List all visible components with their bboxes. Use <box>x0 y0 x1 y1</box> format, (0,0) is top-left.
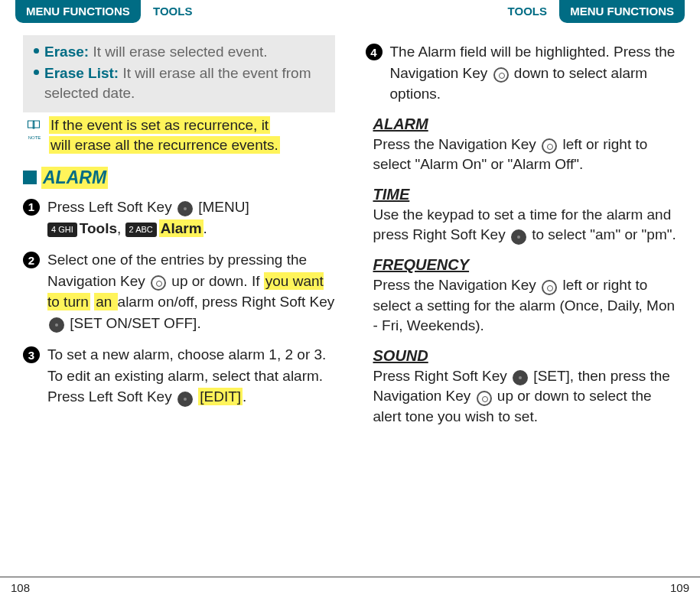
note-line2: will erase all the recurrence events. <box>49 136 280 154</box>
navkey-icon <box>477 391 492 406</box>
tools-label-left: TOOLS <box>153 5 192 18</box>
left-header: MENU FUNCTIONS TOOLS <box>23 0 335 24</box>
time-subsection: TIME Use the keypad to set a time for th… <box>373 186 678 245</box>
alarm-ba: Press the Navigation Key <box>373 136 541 152</box>
navkey-icon <box>542 280 557 295</box>
step-2-body: Select one of the entries by pressing th… <box>47 249 335 333</box>
page-number-left: 108 <box>11 581 30 594</box>
step-4-body: The Alarm field will be highlighted. Pre… <box>390 41 678 105</box>
softkey-icon <box>177 392 193 407</box>
freq-sub-body: Press the Navigation Key left or right t… <box>373 275 678 336</box>
erase-bullet: Erase: It will erase selected event. <box>31 42 327 63</box>
erase-label: Erase: <box>44 44 89 60</box>
sound-sub-title: SOUND <box>373 347 678 365</box>
note-row: NOTE If the event is set as recurrence, … <box>23 115 335 156</box>
step-4: 4 The Alarm field will be highlighted. P… <box>366 41 678 105</box>
s2d: [SET ON/SET OFF]. <box>66 315 201 331</box>
freq-ba: Press the Navigation Key <box>373 277 541 293</box>
erase-list-bullet: Erase List: It will erase all the event … <box>31 63 327 104</box>
s1a: Press Left Soft Key <box>47 199 176 215</box>
sound-subsection: SOUND Press Right Soft Key [SET], then p… <box>373 347 678 427</box>
left-page: MENU FUNCTIONS TOOLS Erase: It will eras… <box>0 0 350 574</box>
square-icon <box>23 171 37 184</box>
erase-list-label: Erase List: <box>44 65 119 81</box>
alarm-sub-title: ALARM <box>373 115 678 133</box>
s1-end: . <box>203 220 207 236</box>
s1-alarm: Alarm <box>159 219 203 237</box>
s2hl2: an <box>94 293 117 310</box>
step-1: 1 Press Left Soft Key [MENU] 4 GHITools,… <box>23 197 335 239</box>
menu-functions-tab-right: MENU FUNCTIONS <box>559 0 685 23</box>
tools-label-right: TOOLS <box>508 5 547 18</box>
navkey-icon <box>542 138 557 154</box>
step-2: 2 Select one of the entries by pressing … <box>23 249 335 333</box>
s1b: [MENU] <box>194 199 249 215</box>
alarm-section-head: ALARM <box>23 167 335 189</box>
note-line1: If the event is set as recurrence, it <box>49 116 270 134</box>
right-page: TOOLS MENU FUNCTIONS 4 The Alarm field w… <box>350 0 701 574</box>
s2b: up or down. If <box>168 273 264 289</box>
erase-box: Erase: It will erase selected event. Era… <box>23 35 335 112</box>
navkey-icon <box>493 67 509 83</box>
bullet-icon <box>34 48 39 54</box>
note-icon: NOTE <box>24 119 44 140</box>
s1-comma: , <box>117 220 125 236</box>
alarm-title: ALARM <box>41 167 108 189</box>
sound-ba: Press Right Soft Key <box>373 368 512 384</box>
key2-icon: 2 ABC <box>125 223 157 238</box>
navkey-icon <box>151 275 166 291</box>
alarm-sub-body: Press the Navigation Key left or right t… <box>373 135 678 175</box>
menu-functions-tab: MENU FUNCTIONS <box>15 0 141 23</box>
s1-tools: Tools <box>80 220 117 236</box>
step-number-2: 2 <box>23 252 40 268</box>
step-number-1: 1 <box>23 199 40 216</box>
key4-icon: 4 GHI <box>47 223 77 238</box>
footer: 108 109 <box>0 577 700 598</box>
s3hl: [EDIT] <box>198 388 243 405</box>
page-number-right: 109 <box>670 581 689 594</box>
softkey-icon <box>511 229 526 245</box>
step-3: 3 To set a new alarm, choose alarm 1, 2 … <box>23 344 335 408</box>
erase-text: It will erase selected event. <box>89 44 267 60</box>
step-3-body: To set a new alarm, choose alarm 1, 2 or… <box>47 344 335 408</box>
step-number-3: 3 <box>23 346 40 363</box>
bullet-icon <box>34 70 39 75</box>
alarm-subsection: ALARM Press the Navigation Key left or r… <box>373 115 678 175</box>
time-sub-title: TIME <box>373 186 678 203</box>
softkey-icon <box>49 317 64 333</box>
step-1-body: Press Left Soft Key [MENU] 4 GHITools, 2… <box>47 197 249 239</box>
time-bb: to select "am" or "pm". <box>528 226 676 242</box>
s3end: . <box>243 388 246 405</box>
note-text: If the event is set as recurrence, it wi… <box>49 115 280 156</box>
softkey-icon <box>177 201 193 216</box>
freq-sub-title: FREQUENCY <box>373 256 678 274</box>
softkey-icon <box>513 370 528 385</box>
step-number-4: 4 <box>366 44 383 60</box>
page-spread: MENU FUNCTIONS TOOLS Erase: It will eras… <box>0 0 700 574</box>
frequency-subsection: FREQUENCY Press the Navigation Key left … <box>373 256 678 336</box>
sound-sub-body: Press Right Soft Key [SET], then press t… <box>373 366 678 427</box>
s2c: alarm on/off, press Right Soft Key <box>118 294 335 310</box>
right-header: TOOLS MENU FUNCTIONS <box>366 0 678 24</box>
time-sub-body: Use the keypad to set a time for the ala… <box>373 205 678 245</box>
